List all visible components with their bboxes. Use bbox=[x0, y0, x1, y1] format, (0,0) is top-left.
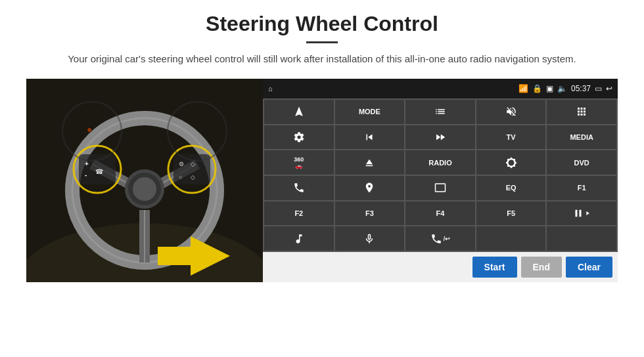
svg-text:⚙: ⚙ bbox=[179, 161, 184, 167]
svg-text:◇: ◇ bbox=[191, 174, 195, 180]
btn-media[interactable]: MEDIA bbox=[547, 125, 616, 150]
control-grid: MODE bbox=[263, 98, 618, 252]
time-display: 05:37 bbox=[571, 84, 591, 93]
bt-icon: 🔈 bbox=[557, 84, 567, 93]
btn-mode[interactable]: MODE bbox=[335, 100, 405, 124]
btn-empty-2[interactable] bbox=[547, 226, 616, 251]
start-button[interactable]: Start bbox=[472, 257, 517, 278]
screen-icon: ▭ bbox=[595, 84, 602, 93]
btn-play-pause[interactable] bbox=[547, 201, 616, 226]
lock-icon: 🔒 bbox=[532, 84, 542, 93]
btn-music-note[interactable] bbox=[264, 226, 334, 251]
btn-list[interactable] bbox=[405, 100, 475, 124]
btn-fast-forward[interactable] bbox=[405, 125, 475, 150]
svg-text:☎: ☎ bbox=[95, 168, 103, 175]
svg-text:◇: ◇ bbox=[191, 161, 195, 167]
btn-f3[interactable]: F3 bbox=[335, 201, 405, 226]
btn-360cam[interactable]: 360🚗 bbox=[264, 150, 334, 175]
content-row: + - ☎ ⚙ ◇ ○ ◇ ● bbox=[26, 79, 618, 282]
btn-rewind[interactable] bbox=[335, 125, 405, 150]
btn-mute[interactable] bbox=[476, 100, 546, 124]
btn-microphone[interactable] bbox=[335, 226, 405, 251]
home-icon: ⌂ bbox=[268, 85, 273, 93]
svg-text:●: ● bbox=[87, 124, 92, 135]
svg-text:○: ○ bbox=[179, 174, 182, 180]
page-subtitle: Your original car's steering wheel contr… bbox=[68, 51, 576, 67]
page-container: Steering Wheel Control Your original car… bbox=[0, 0, 644, 357]
clear-button[interactable]: Clear bbox=[566, 257, 612, 278]
btn-radio[interactable]: RADIO bbox=[405, 150, 475, 175]
svg-text:-: - bbox=[85, 171, 87, 178]
btn-screen-mirror[interactable] bbox=[405, 176, 475, 200]
wifi-icon: 📶 bbox=[518, 84, 528, 93]
btn-navigate[interactable] bbox=[264, 100, 334, 124]
svg-point-12 bbox=[133, 177, 156, 201]
btn-brightness[interactable] bbox=[476, 150, 546, 175]
status-left: ⌂ bbox=[268, 85, 273, 93]
status-bar: ⌂ 📶 🔒 ▣ 🔈 05:37 ▭ ↩ bbox=[263, 79, 618, 98]
btn-call-end[interactable]: /↩ bbox=[405, 226, 475, 251]
btn-empty-1[interactable] bbox=[476, 226, 546, 251]
btn-apps[interactable] bbox=[547, 100, 616, 124]
btn-tv[interactable]: TV bbox=[476, 125, 546, 150]
page-title: Steering Wheel Control bbox=[206, 12, 438, 36]
btn-settings[interactable] bbox=[264, 125, 334, 150]
bottom-action-bar: Start End Clear bbox=[263, 252, 618, 282]
title-divider bbox=[306, 41, 338, 43]
btn-eject[interactable] bbox=[335, 150, 405, 175]
btn-navigation[interactable] bbox=[335, 176, 405, 200]
btn-eq[interactable]: EQ bbox=[476, 176, 546, 200]
end-button[interactable]: End bbox=[521, 257, 562, 278]
svg-rect-25 bbox=[158, 247, 195, 265]
status-right: 📶 🔒 ▣ 🔈 05:37 ▭ ↩ bbox=[518, 84, 612, 93]
btn-f4[interactable]: F4 bbox=[405, 201, 475, 226]
btn-f5[interactable]: F5 bbox=[476, 201, 546, 226]
back-icon: ↩ bbox=[606, 84, 612, 93]
sd-icon: ▣ bbox=[546, 84, 553, 93]
ui-panel: ⌂ 📶 🔒 ▣ 🔈 05:37 ▭ ↩ bbox=[263, 79, 618, 282]
btn-f1[interactable]: F1 bbox=[547, 176, 616, 200]
svg-text:+: + bbox=[85, 160, 89, 167]
steering-wheel-image: + - ☎ ⚙ ◇ ○ ◇ ● bbox=[26, 79, 263, 282]
btn-phone-call[interactable] bbox=[264, 176, 334, 200]
btn-f2[interactable]: F2 bbox=[264, 201, 334, 226]
btn-dvd[interactable]: DVD bbox=[547, 150, 616, 175]
